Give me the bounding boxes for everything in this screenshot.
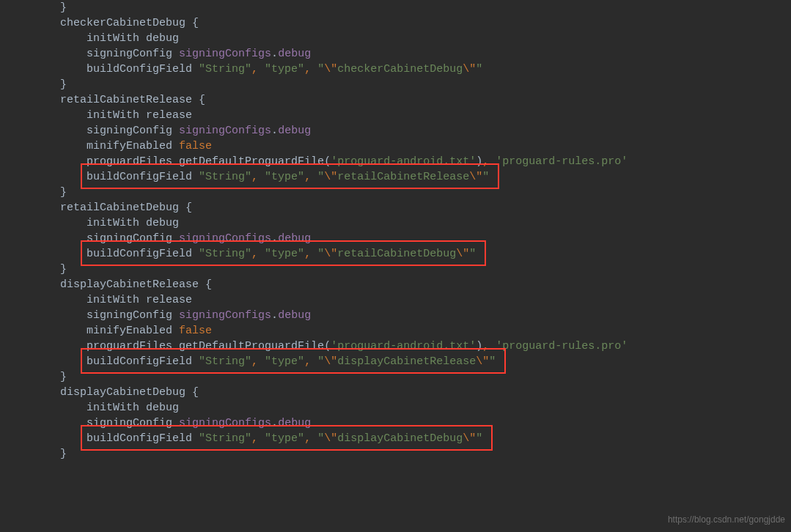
code-line: signingConfig signingConfigs.debug xyxy=(7,232,311,245)
block-name: checkerCabinetDebug xyxy=(60,17,185,29)
build-config-field: buildConfigField "String", "type", "\"re… xyxy=(7,171,489,183)
code-editor[interactable]: } checkerCabinetDebug { initWith debug s… xyxy=(0,0,791,469)
code-line: initWith debug xyxy=(7,217,179,229)
code-line: initWith debug xyxy=(7,32,179,45)
code-line: signingConfig signingConfigs.debug xyxy=(7,417,311,429)
build-config-field: buildConfigField "String", "type", "\"di… xyxy=(7,355,496,368)
code-line: proguardFiles getDefaultProguardFile('pr… xyxy=(7,340,628,352)
block-header: displayCabinetDebug { xyxy=(7,386,199,399)
code-line: signingConfig signingConfigs.debug xyxy=(7,125,311,137)
code-line: initWith release xyxy=(7,109,192,122)
close-brace: } xyxy=(60,1,67,14)
code-line: } xyxy=(7,78,67,91)
code-line: minifyEnabled false xyxy=(7,140,212,152)
line: } xyxy=(7,1,67,14)
block-name: displayCabinetRelease xyxy=(60,278,199,291)
block-name: displayCabinetDebug xyxy=(60,386,185,399)
code-line: proguardFiles getDefaultProguardFile('pr… xyxy=(7,155,628,168)
block-header: displayCabinetRelease { xyxy=(7,278,212,291)
code-line: signingConfig signingConfigs.debug xyxy=(7,309,311,322)
build-config-field: buildConfigField "String", "type", "\"re… xyxy=(7,248,476,260)
code-line: } xyxy=(7,371,67,383)
block-header: checkerCabinetDebug { xyxy=(7,17,199,29)
code-line: signingConfig signingConfigs.debug xyxy=(7,48,311,60)
code-line: initWith release xyxy=(7,294,192,306)
code-line: } xyxy=(7,263,67,276)
build-config-field: buildConfigField "String", "type", "\"ch… xyxy=(7,63,482,75)
code-line: initWith debug xyxy=(7,402,179,414)
block-name: retailCabinetRelease xyxy=(60,94,192,106)
code-line: minifyEnabled false xyxy=(7,325,212,337)
block-header: retailCabinetRelease { xyxy=(7,94,205,106)
build-config-field: buildConfigField "String", "type", "\"di… xyxy=(7,432,482,445)
code-line: } xyxy=(7,448,67,460)
block-name: retailCabinetDebug xyxy=(60,202,179,214)
code-line: } xyxy=(7,186,67,199)
block-header: retailCabinetDebug { xyxy=(7,202,192,214)
